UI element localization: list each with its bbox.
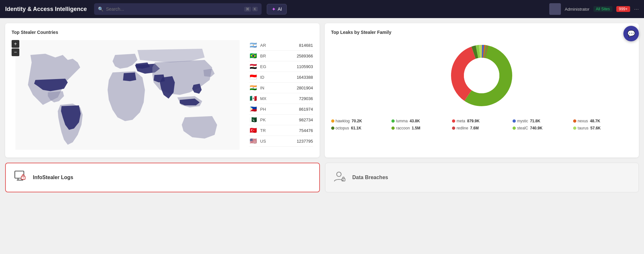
legend-dot <box>391 127 395 130</box>
legend-label: raccoon <box>396 126 410 130</box>
shortcut-key1: ⌘ <box>244 7 251 12</box>
search-icon: 🔍 <box>98 6 103 12</box>
breaches-icon <box>333 170 346 185</box>
legend-item: meta 879.9K <box>452 119 511 123</box>
country-row: 🇹🇷 TR 754476 <box>249 125 313 136</box>
country-count: 1237795 <box>297 139 313 144</box>
legend-item: mystic 71.8K <box>513 119 572 123</box>
legend-dot <box>513 119 516 123</box>
shortcut-key2: K <box>252 7 258 11</box>
svg-point-20 <box>343 179 343 180</box>
country-code: ID <box>260 75 269 80</box>
monitor-lock-icon <box>14 170 26 183</box>
country-flag: 🇲🇽 <box>249 96 258 101</box>
header-more-button[interactable]: ··· <box>634 6 639 13</box>
country-count: 754476 <box>299 128 313 133</box>
map-area: + − <box>12 40 244 151</box>
country-code: PK <box>260 117 269 122</box>
chat-icon: 💬 <box>627 30 635 37</box>
breaches-card[interactable]: Data Breaches <box>325 163 639 192</box>
svg-point-17 <box>23 178 24 178</box>
search-shortcut: ⌘ K <box>244 7 258 12</box>
country-count: 729036 <box>299 96 313 101</box>
map-container: + − <box>12 40 313 151</box>
legend-label: nexus <box>578 119 588 123</box>
country-code: EG <box>260 64 269 69</box>
legend-label: octopus <box>336 126 349 130</box>
legend-item: redline 7.6M <box>452 126 511 130</box>
country-list: 🇦🇷 AR 814681 🇧🇷 BR 2589366 🇪🇬 EG 1105903… <box>249 40 313 147</box>
legend-dot <box>331 119 334 123</box>
country-row: 🇪🇬 EG 1105903 <box>249 61 313 72</box>
legend-label: hawklog <box>336 119 350 123</box>
svg-point-11 <box>464 58 499 93</box>
country-row: 🇺🇸 US 1237795 <box>249 136 313 147</box>
donut-legend: hawklog 70.2K lumma 43.8K meta 879.9K my… <box>331 119 633 130</box>
legend-item: raccoon 1.5M <box>391 126 451 130</box>
user-lock-icon <box>333 170 346 183</box>
zoom-in-button[interactable]: + <box>12 40 19 48</box>
ai-star-icon: ✦ <box>272 6 276 12</box>
donut-chart <box>446 40 517 111</box>
country-count: 1643388 <box>297 75 313 80</box>
donut-card: Top Leaks by Stealer Family <box>325 23 639 157</box>
legend-value: 61.1K <box>351 126 361 130</box>
legend-value: 7.6M <box>470 126 479 130</box>
header-alert-badge[interactable]: 999+ <box>616 6 630 12</box>
svg-point-18 <box>337 172 341 177</box>
app-title: Identity & Access Intelligence <box>5 6 89 13</box>
country-flag: 🇹🇷 <box>249 127 258 133</box>
map-card-title: Top Stealer Countries <box>12 30 313 35</box>
country-row: 🇵🇰 PK 982734 <box>249 115 313 125</box>
legend-label: meta <box>457 119 465 123</box>
country-flag: 🇮🇳 <box>249 85 258 91</box>
infostealer-icon <box>14 170 26 185</box>
legend-item: octopus 61.1K <box>331 126 390 130</box>
country-code: MX <box>260 96 269 101</box>
legend-label: lumma <box>396 119 408 123</box>
header-status[interactable]: All Sites <box>593 6 612 12</box>
country-count: 814681 <box>299 43 313 48</box>
country-row: 🇧🇷 BR 2589366 <box>249 51 313 61</box>
ai-button[interactable]: ✦ AI <box>267 4 287 15</box>
search-input[interactable] <box>106 6 242 12</box>
country-code: BR <box>260 54 269 58</box>
legend-value: 740.9K <box>530 126 543 130</box>
zoom-out-button[interactable]: − <box>12 48 19 56</box>
legend-dot <box>513 127 516 130</box>
legend-value: 879.9K <box>467 119 480 123</box>
legend-value: 43.8K <box>409 119 420 123</box>
header-username: Administrator <box>565 7 590 12</box>
map-controls: + − <box>12 40 19 56</box>
country-count: 2589366 <box>297 54 313 58</box>
app-header: Identity & Access Intelligence 🔍 ⌘ K ✦ A… <box>0 0 644 18</box>
country-code: IN <box>260 86 269 90</box>
legend-dot <box>573 127 576 130</box>
country-flag: 🇧🇷 <box>249 53 258 59</box>
legend-value: 71.8K <box>530 119 540 123</box>
legend-value: 70.2K <box>352 119 362 123</box>
country-row: 🇲🇽 MX 729036 <box>249 93 313 104</box>
legend-value: 48.7K <box>590 119 600 123</box>
world-map <box>12 40 244 150</box>
infostealer-card[interactable]: InfoStealer Logs <box>5 163 320 192</box>
legend-value: 1.5M <box>412 126 420 130</box>
ai-label: AI <box>278 6 282 12</box>
chat-fab-button[interactable]: 💬 <box>623 26 639 41</box>
country-flag: 🇪🇬 <box>249 64 258 69</box>
country-count: 982734 <box>299 117 313 122</box>
main-content: Top Stealer Countries + − <box>0 18 644 198</box>
country-row: 🇵🇭 PH 861974 <box>249 104 313 115</box>
country-flag: 🇵🇭 <box>249 106 258 112</box>
legend-label: taurus <box>578 126 588 130</box>
country-code: TR <box>260 128 269 133</box>
legend-item: lumma 43.8K <box>391 119 451 123</box>
legend-label: redline <box>457 126 468 130</box>
legend-dot <box>573 119 576 123</box>
country-code: AR <box>260 43 269 48</box>
legend-label: mystic <box>517 119 528 123</box>
search-bar[interactable]: 🔍 ⌘ K <box>94 3 262 15</box>
legend-dot <box>331 127 334 130</box>
donut-chart-wrapper <box>331 40 633 111</box>
legend-item: hawklog 70.2K <box>331 119 390 123</box>
